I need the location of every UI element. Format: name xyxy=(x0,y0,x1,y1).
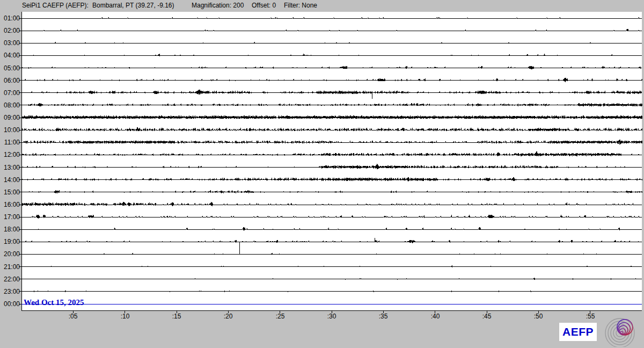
hour-label-04:00: 04:00 xyxy=(0,52,20,59)
hour-label-19:00: 19:00 xyxy=(0,238,20,245)
brand-text: AEFP xyxy=(562,325,594,338)
minute-label-:25: :25 xyxy=(270,313,290,320)
hour-label-20:00: 20:00 xyxy=(0,250,20,258)
hour-label-22:00: 22:00 xyxy=(0,276,20,283)
date-label: Wed Oct 15, 2025 xyxy=(24,298,84,307)
hour-label-03:00: 03:00 xyxy=(0,39,20,47)
hour-label-15:00: 15:00 xyxy=(0,189,20,196)
minute-label-:35: :35 xyxy=(374,313,393,320)
hour-label-23:00: 23:00 xyxy=(0,288,20,295)
seismograph-window: SeiPi1 CAEFP (AEFP): Bombarral, PT (39.2… xyxy=(0,0,644,348)
hour-label-14:00: 14:00 xyxy=(0,176,20,184)
hour-label-12:00: 12:00 xyxy=(0,151,20,158)
minute-label-:30: :30 xyxy=(322,313,341,320)
offset-label: Offset: 0 xyxy=(252,2,276,9)
plot-area[interactable] xyxy=(21,12,642,310)
filter-label: Filter: None xyxy=(284,2,317,9)
hour-label-06:00: 06:00 xyxy=(0,77,20,84)
hour-label-16:00: 16:00 xyxy=(0,201,20,208)
station-label: SeiPi1 CAEFP (AEFP): xyxy=(22,2,89,9)
hour-label-01:00: 01:00 xyxy=(0,15,20,22)
hour-label-10:00: 10:00 xyxy=(0,126,20,134)
magnification-label: Magnification: 200 xyxy=(192,2,244,9)
location-label: Bombarral, PT (39.27, -9.16) xyxy=(92,2,174,9)
minute-label-:05: :05 xyxy=(63,313,83,320)
minute-label-:55: :55 xyxy=(581,313,600,320)
hour-label-21:00: 21:00 xyxy=(0,263,20,271)
minute-label-:50: :50 xyxy=(529,313,548,320)
seismo-spiral-icon xyxy=(604,314,640,347)
minute-label-:20: :20 xyxy=(218,313,238,320)
hour-label-02:00: 02:00 xyxy=(0,27,20,34)
hour-label-07:00: 07:00 xyxy=(0,89,20,97)
hour-label-00:00: 00:00 xyxy=(0,300,20,308)
minute-label-:40: :40 xyxy=(426,313,445,320)
hour-label-13:00: 13:00 xyxy=(0,164,20,171)
minute-label-:45: :45 xyxy=(477,313,496,320)
hour-label-17:00: 17:00 xyxy=(0,213,20,221)
hour-label-11:00: 11:00 xyxy=(0,139,20,146)
minute-label-:10: :10 xyxy=(115,313,135,320)
minute-label-:15: :15 xyxy=(167,313,186,320)
brand-box: AEFP xyxy=(559,323,597,341)
hour-label-08:00: 08:00 xyxy=(0,102,20,109)
hour-label-18:00: 18:00 xyxy=(0,226,20,233)
hour-label-05:00: 05:00 xyxy=(0,64,20,72)
hour-label-09:00: 09:00 xyxy=(0,114,20,121)
